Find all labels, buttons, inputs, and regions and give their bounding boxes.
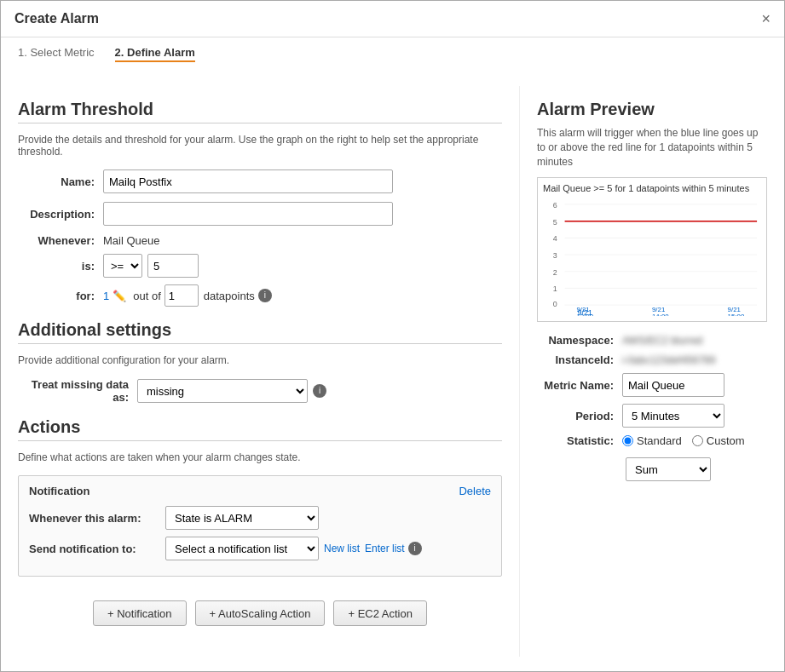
statistic-radio-group: Standard Custom [622,434,745,447]
whenever-row: Whenever: Mail Queue [18,234,502,247]
name-input[interactable] [103,169,393,193]
is-label: is: [18,260,103,273]
for-label: for: [18,290,103,302]
namespace-row: Namespace: AWS/EC2 blurred [537,334,767,347]
svg-text:1: 1 [553,285,557,294]
standard-radio-option[interactable]: Standard [622,434,682,447]
preview-title: Alarm Preview [537,100,767,119]
notification-list-select[interactable]: Select a notification list [165,537,319,560]
svg-text:0: 0 [553,300,557,308]
instance-id-label: InstanceId: [537,353,622,366]
svg-text:15:00: 15:00 [728,313,745,316]
actions-title: Actions [18,417,502,437]
threshold-input[interactable] [147,254,199,278]
description-label: Description: [18,208,103,221]
alarm-threshold-title: Alarm Threshold [18,100,502,119]
close-button[interactable]: × [761,11,771,26]
notification-title: Notification [29,485,90,497]
namespace-value: AWS/EC2 blurred [622,335,702,347]
actions-section: Actions Define what actions are taken wh… [18,417,502,577]
whenever-alarm-label: Whenever this alarm: [29,512,165,525]
treat-missing-info-icon[interactable]: i [313,384,326,398]
step-define-alarm[interactable]: 2. Define Alarm [115,46,195,62]
metric-name-label: Metric Name: [537,379,622,392]
svg-text:6: 6 [553,201,557,210]
custom-radio[interactable] [692,435,703,446]
out-of-text: out of [133,290,161,302]
svg-text:3: 3 [553,251,557,260]
notification-info-icon[interactable]: i [408,542,422,555]
standard-label: Standard [637,434,682,447]
modal-body: Alarm Threshold Provide the details and … [1,86,784,657]
additional-settings-title: Additional settings [18,320,502,340]
svg-text:14:00: 14:00 [652,313,669,316]
new-list-link[interactable]: New list [324,543,360,554]
alarm-threshold-section: Alarm Threshold Provide the details and … [18,100,502,307]
chart-area: 6 5 4 3 2 1 0 [543,197,761,316]
statistic-label: Statistic: [537,434,622,447]
whenever-alarm-row: Whenever this alarm: State is ALARM Stat… [29,506,491,530]
custom-radio-option[interactable]: Custom [692,434,745,447]
standard-radio[interactable] [622,435,633,446]
treat-missing-label: Treat missing data as: [18,378,137,404]
modal-title: Create Alarm [14,11,99,26]
send-notification-row: Send notification to: Select a notificat… [29,537,491,560]
instance-id-value: i-0abc123def456789 [622,354,715,366]
additional-settings-section: Additional settings Provide additional c… [18,320,502,404]
actions-desc: Define what actions are taken when your … [18,451,502,463]
instance-id-row: InstanceId: i-0abc123def456789 [537,353,767,366]
datapoints-text: datapoints [204,290,255,302]
whenever-label: Whenever: [18,234,103,247]
additional-settings-desc: Provide additional configuration for you… [18,354,502,366]
add-notification-button[interactable]: + Notification [93,600,187,626]
svg-text:5: 5 [553,218,557,227]
treat-missing-row: Treat missing data as: missing notBreach… [18,378,502,404]
period-select[interactable]: 5 Minutes 1 Minute 15 Minutes 1 Hour [622,404,724,428]
notification-header: Notification Delete [29,485,491,497]
period-label: Period: [537,410,622,422]
metric-name-row: Metric Name: [537,373,767,397]
send-notification-label: Send notification to: [29,543,165,555]
for-row: for: 1 ✏️ out of datapoints i [18,284,502,307]
operator-select[interactable]: >= > < <= [103,254,142,278]
name-label: Name: [18,175,103,188]
svg-text:2: 2 [553,268,557,277]
chart-title: Mail Queue >= 5 for 1 datapoints within … [543,183,761,193]
alarm-state-select[interactable]: State is ALARM State is OK State is INSU… [165,506,319,530]
preview-desc: This alarm will trigger when the blue li… [537,126,767,169]
for-datapoints-value[interactable]: 1 [103,290,109,302]
modal-header: Create Alarm × [1,1,784,37]
add-autoscaling-button[interactable]: + AutoScaling Action [195,600,326,626]
statistic-row: Statistic: Standard Custom [537,434,767,447]
edit-icon[interactable]: ✏️ [113,290,126,302]
chart-container: Mail Queue >= 5 for 1 datapoints within … [537,177,767,322]
chart-svg: 6 5 4 3 2 1 0 [543,197,761,316]
name-row: Name: [18,169,502,193]
step-select-metric[interactable]: 1. Select Metric [18,46,95,62]
for-info-icon[interactable]: i [258,289,272,302]
metric-name-input[interactable] [622,373,724,397]
svg-text:4: 4 [553,235,557,244]
out-of-input[interactable] [165,284,199,307]
enter-list-link[interactable]: Enter list [365,543,405,554]
is-row: is: >= > < <= [18,254,502,278]
alarm-threshold-desc: Provide the details and threshold for yo… [18,134,502,158]
create-alarm-modal: Create Alarm × 1. Select Metric 2. Defin… [0,0,785,672]
period-row: Period: 5 Minutes 1 Minute 15 Minutes 1 … [537,404,767,428]
custom-label: Custom [707,434,745,447]
svg-text:13:00: 13:00 [576,313,593,316]
sum-select[interactable]: Sum Average Min Max SampleCount [626,457,711,481]
description-input[interactable] [103,202,393,226]
delete-link[interactable]: Delete [459,485,491,497]
footer-buttons: + Notification + AutoScaling Action + EC… [18,587,502,643]
add-ec2-button[interactable]: + EC2 Action [333,600,427,626]
left-panel: Alarm Threshold Provide the details and … [1,86,520,657]
right-panel: Alarm Preview This alarm will trigger wh… [520,86,784,657]
notification-box: Notification Delete Whenever this alarm:… [18,475,502,577]
whenever-value: Mail Queue [103,234,159,247]
namespace-label: Namespace: [537,334,622,347]
description-row: Description: [18,202,502,226]
wizard-steps: 1. Select Metric 2. Define Alarm [18,46,767,69]
treat-missing-select[interactable]: missing notBreaching breaching ignore [137,379,308,403]
